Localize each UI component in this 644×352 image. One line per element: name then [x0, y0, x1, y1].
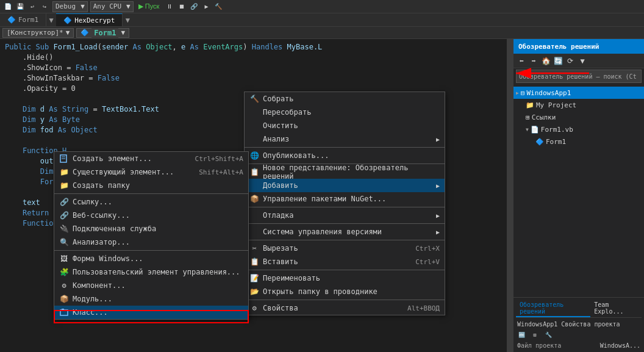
main-area: Public Sub Form1_Load(sender As Object, … — [0, 39, 644, 352]
tab-form1-label: Form1 — [18, 16, 38, 24]
props-section-label: WindowsApp1 Свойства проекта — [517, 321, 620, 328]
props-wrench-icon[interactable]: 🔧 — [543, 329, 554, 340]
form1-class-label: Form1 — [91, 28, 118, 38]
code-line-2: .Hide() — [0, 52, 507, 62]
se-refresh-icon[interactable]: 🔄 — [553, 56, 564, 66]
class-bar: [Конструктор]* ▼ 🔷 Form1 ▼ — [0, 27, 644, 39]
solution-explorer-title: Обозреватель решений — [518, 43, 599, 51]
save-icon[interactable]: 💾 — [15, 1, 26, 12]
props-tab-team[interactable]: Team Explo... — [590, 300, 642, 317]
code-line-14: For Each s As — [0, 176, 507, 187]
constructor-dropdown[interactable]: [Конструктор]* ▼ — [2, 28, 74, 38]
pause-icon[interactable]: ⏸ — [164, 1, 175, 12]
props-tab-team-label: Team Explo... — [594, 301, 623, 315]
se-item-root[interactable]: ▶ ⊟ WindowsApp1 — [513, 87, 644, 99]
se-item-myproject[interactable]: 📁 My Project — [513, 99, 644, 111]
props-sort-icon[interactable]: 🔤 — [516, 329, 527, 340]
attach-icon[interactable]: 🔗 — [188, 1, 199, 12]
code-line-18: Function — [0, 218, 507, 228]
myproject-label: My Project — [536, 101, 576, 109]
code-line-10 — [0, 135, 507, 145]
se-filter-icon[interactable]: ▼ — [577, 56, 588, 66]
build-icon[interactable]: 🔨 — [213, 1, 224, 12]
se-item-form1vb[interactable]: ▼ 📄 Form1.vb — [513, 123, 644, 135]
se-home-icon[interactable]: 🏠 — [540, 56, 551, 66]
hexdecrypt-tab-dropdown[interactable]: ▼ — [123, 13, 132, 27]
file-icon[interactable]: 📄 — [2, 1, 13, 12]
code-line-11: Function H — [0, 145, 507, 156]
toolbar: 📄 💾 ↩ ↪ Debug ▼ Any CPU ▼ ▶ Пуск ⏸ ⏹ 🔗 ▶… — [0, 0, 644, 13]
code-line-6 — [0, 93, 507, 104]
solution-explorer-header: Обозреватель решений — [513, 39, 644, 54]
start-button[interactable]: ▶ Пуск — [136, 2, 162, 10]
code-line-3: .ShowIcon = False — [0, 62, 507, 73]
se-forward-icon[interactable]: ➡ — [528, 56, 539, 66]
cpu-label: Any CPU — [93, 2, 121, 10]
code-line-9: Dim fod As Object — [0, 124, 507, 135]
tab-hexdecrypt[interactable]: 🔷 HexDecrypt — [56, 13, 123, 26]
props-file-label: Файл проекта — [517, 342, 561, 349]
form1vb-icon: 📄 — [531, 126, 539, 134]
code-line-8: Dim y As Byte — [0, 114, 507, 124]
form1-chevron: ▼ — [121, 29, 125, 37]
code-line-16: text — [0, 197, 507, 207]
constructor-chevron: ▼ — [66, 29, 70, 37]
toolbar-icons: 📄 💾 ↩ ↪ — [2, 1, 50, 12]
code-line-13: Dim data As S — [0, 166, 507, 176]
tabs-dropdown[interactable]: ▼ — [46, 13, 56, 27]
start-label: ▶ Пуск — [138, 2, 160, 10]
stop-icon[interactable]: ⏹ — [176, 1, 187, 12]
se-toolbar: ⬅ ➡ 🏠 🔄 ⟳ ▼ — [513, 54, 644, 68]
extra-toolbar-icons: ⏸ ⏹ 🔗 ▶ 🔨 — [164, 1, 224, 12]
code-line-4: .ShowInTaskbar = False — [0, 73, 507, 83]
code-line-7: Dim d As String = TextBox1.Text — [0, 104, 507, 114]
code-line-1: Public Sub Form1_Load(sender As Object, … — [0, 41, 507, 52]
redo-icon[interactable]: ↪ — [39, 1, 50, 12]
props-tabs: Обозреватель решений Team Explo... — [516, 300, 642, 318]
form1-dropdown[interactable]: 🔷 Form1 ▼ — [76, 28, 129, 38]
run-icon[interactable]: ▶ — [201, 1, 212, 12]
tab-form1[interactable]: 🔷 Form1 — [0, 13, 46, 26]
se-tree: ▶ ⊟ WindowsApp1 📁 My Project ⊞ Ссылки ▼ … — [513, 84, 644, 297]
code-line-15: out.Appe — [0, 187, 507, 197]
myproject-icon: 📁 — [526, 101, 534, 109]
se-sync-icon[interactable]: ⟳ — [565, 56, 576, 66]
properties-panel: Обозреватель решений Team Explo... Windo… — [513, 297, 644, 352]
cpu-dropdown[interactable]: Any CPU ▼ — [90, 1, 134, 12]
props-group-icon[interactable]: ⊞ — [529, 329, 540, 340]
constructor-label: [Конструктор]* — [7, 29, 63, 37]
form1vb-label: Form1.vb — [541, 126, 573, 134]
props-file-row: Файл проекта WindowsA... — [516, 342, 642, 350]
tabs-bar: 🔷 Form1 ▼ 🔷 HexDecrypt ▼ — [0, 13, 644, 27]
right-panel: Обозреватель решений ⬅ ➡ 🏠 🔄 ⟳ ▼ Обозрев… — [513, 39, 644, 352]
tab-form1-icon: 🔷 — [7, 16, 16, 24]
code-editor[interactable]: Public Sub Form1_Load(sender As Object, … — [0, 39, 507, 352]
props-tab-se-label: Обозреватель решений — [520, 301, 564, 315]
form1-icon: 🔷 — [80, 29, 89, 37]
form1vb-expand: ▼ — [526, 127, 529, 132]
se-back-icon[interactable]: ⬅ — [516, 56, 527, 66]
se-search-placeholder: Обозреватель решений — поиск (Ct — [519, 73, 637, 80]
expand-icon: ▶ — [516, 90, 519, 96]
props-section-title: WindowsApp1 Свойства проекта — [516, 320, 642, 328]
links-label: Ссылки — [532, 113, 556, 121]
cpu-chevron: ▼ — [126, 2, 131, 10]
se-item-form1[interactable]: 🔷 Form1 — [513, 135, 644, 148]
debug-chevron: ▼ — [80, 2, 85, 10]
root-label: WindowsApp1 — [526, 89, 571, 97]
debug-label: Debug — [55, 2, 76, 10]
form1-tree-icon: 🔷 — [535, 138, 544, 146]
code-line-17: Return out.ToString — [0, 207, 507, 218]
props-icons-row: 🔤 ⊞ 🔧 — [516, 329, 642, 340]
props-tab-se[interactable]: Обозреватель решений — [516, 300, 590, 317]
code-line-12: out As New — [0, 156, 507, 166]
form1-tree-label: Form1 — [546, 138, 566, 146]
tab-hexdecrypt-label: HexDecrypt — [74, 16, 115, 24]
se-item-links[interactable]: ⊞ Ссылки — [513, 111, 644, 123]
tab-hexdecrypt-icon: 🔷 — [63, 16, 72, 24]
se-search-box[interactable]: Обозреватель решений — поиск (Ct — [516, 70, 642, 83]
debug-dropdown[interactable]: Debug ▼ — [52, 1, 88, 12]
project-icon: ⊟ — [521, 89, 525, 97]
undo-icon[interactable]: ↩ — [27, 1, 38, 12]
editor-scrollbar[interactable] — [507, 39, 513, 352]
